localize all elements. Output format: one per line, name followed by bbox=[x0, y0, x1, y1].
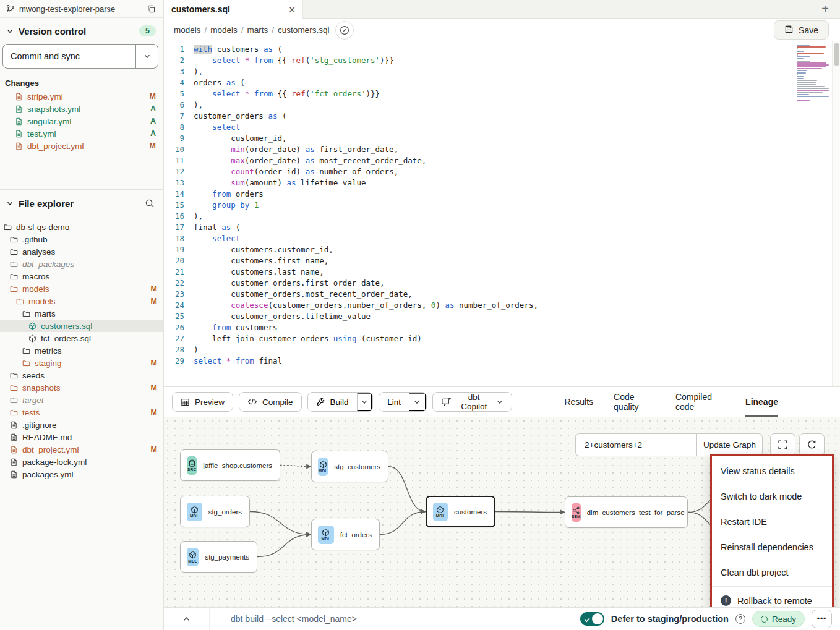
tree-item--github[interactable]: .github bbox=[0, 233, 163, 245]
breadcrumb-segment[interactable]: marts bbox=[247, 25, 268, 35]
close-tab-icon[interactable]: × bbox=[289, 4, 295, 15]
tree-item-analyses[interactable]: analyses bbox=[0, 245, 163, 258]
toolbar-compile-button[interactable]: Compile bbox=[239, 392, 302, 412]
code-line[interactable]: customers.customer_id, bbox=[194, 244, 840, 255]
code-line[interactable]: select * from {{ ref('stg_customers')}} bbox=[194, 55, 840, 66]
code-line[interactable]: sum(amount) as lifetime_value bbox=[194, 177, 840, 189]
tree-item-fct-orders-sql[interactable]: fct_orders.sql bbox=[0, 332, 163, 344]
menu-item-rollback-to-remote[interactable]: !Rollback to remote bbox=[712, 588, 832, 607]
code-line[interactable]: orders as ( bbox=[194, 77, 840, 88]
code-line[interactable]: ), bbox=[194, 66, 840, 77]
tree-item-db-sl-qs-demo[interactable]: db-sl-qs-demo bbox=[0, 221, 163, 233]
tree-item-dbt-project-yml[interactable]: dbt_project.ymlM bbox=[0, 443, 163, 456]
toolbar-build-button[interactable]: Build bbox=[308, 393, 357, 411]
code-line[interactable]: customer_orders.first_order_date, bbox=[194, 278, 840, 289]
commit-and-sync-button[interactable]: Commit and sync bbox=[2, 44, 158, 69]
compass-icon[interactable] bbox=[335, 21, 354, 40]
chevron-down-icon[interactable] bbox=[357, 393, 373, 411]
menu-item-switch-to-dark-mode[interactable]: Switch to dark mode bbox=[712, 483, 832, 509]
breadcrumb-segment[interactable]: models bbox=[210, 25, 238, 35]
code-line[interactable]: from orders bbox=[194, 189, 840, 200]
copy-branch-button[interactable] bbox=[145, 3, 157, 15]
tree-item-packages-yml[interactable]: packages.yml bbox=[0, 468, 163, 480]
menu-item-view-status-details[interactable]: View status details bbox=[712, 458, 832, 483]
tree-item-snapshots[interactable]: snapshotsM bbox=[0, 381, 163, 394]
changed-file-row[interactable]: snapshots.ymlA bbox=[0, 103, 163, 115]
menu-item-restart-ide[interactable]: Restart IDE bbox=[712, 509, 832, 534]
lineage-canvas[interactable]: SRCjaffle_shop.customersMDLstg_customers… bbox=[164, 417, 840, 607]
scrollbar-thumb[interactable] bbox=[834, 43, 839, 66]
code-line[interactable]: final as ( bbox=[194, 222, 840, 233]
tree-item-tests[interactable]: testsM bbox=[0, 406, 163, 419]
save-button[interactable]: Save bbox=[774, 20, 829, 40]
help-icon[interactable]: ? bbox=[735, 614, 745, 624]
code-line[interactable]: with customers as ( bbox=[194, 44, 840, 55]
tree-item-marts[interactable]: marts bbox=[0, 307, 163, 320]
code-line[interactable]: min(order_date) as first_order_date, bbox=[194, 144, 840, 155]
new-tab-button[interactable]: + bbox=[821, 0, 829, 18]
changed-file-row[interactable]: dbt_project.ymlM bbox=[0, 140, 163, 152]
code-content[interactable]: with customers as ( select * from {{ ref… bbox=[194, 44, 840, 386]
toolbar-lint-button[interactable]: Lint bbox=[379, 393, 409, 411]
code-editor[interactable]: 1234567891011121314151617181920212223242… bbox=[164, 41, 840, 387]
tree-item-models[interactable]: modelsM bbox=[0, 283, 163, 295]
code-line[interactable]: max(order_date) as most_recent_order_dat… bbox=[194, 155, 840, 166]
update-graph-button[interactable]: Update Graph bbox=[696, 433, 763, 456]
code-line[interactable]: coalesce(customer_orders.number_of_order… bbox=[194, 300, 840, 311]
editor-minimap[interactable] bbox=[797, 45, 830, 101]
tree-item-seeds[interactable]: seeds bbox=[0, 369, 163, 381]
editor-scrollbar[interactable] bbox=[832, 41, 840, 386]
commit-options-caret[interactable] bbox=[135, 45, 158, 68]
tab-code-quality[interactable]: Code quality bbox=[614, 387, 655, 417]
chevron-down-icon[interactable] bbox=[409, 393, 426, 411]
lineage-node-stg_payments[interactable]: MDLstg_payments bbox=[180, 541, 257, 573]
breadcrumb-segment[interactable]: models bbox=[174, 25, 201, 35]
tree-item-readme-md[interactable]: README.md bbox=[0, 431, 163, 443]
file-explorer-header[interactable]: File explorer bbox=[0, 190, 163, 216]
tree-item-package-lock-yml[interactable]: package-lock.yml bbox=[0, 456, 163, 468]
code-line[interactable]: ), bbox=[194, 211, 840, 222]
menu-item-clean-dbt-project[interactable]: Clean dbt project bbox=[712, 560, 832, 585]
code-line[interactable]: customer_orders.most_recent_order_date, bbox=[194, 289, 840, 300]
code-line[interactable]: ) bbox=[194, 344, 840, 355]
command-input[interactable]: dbt build --select <model_name> bbox=[210, 614, 357, 624]
defer-toggle[interactable] bbox=[580, 612, 604, 626]
tab-customers-sql[interactable]: customers.sql × bbox=[164, 0, 303, 19]
lineage-selector-input[interactable] bbox=[575, 433, 696, 456]
code-line[interactable]: customer_orders.lifetime_value bbox=[194, 311, 840, 322]
tab-lineage[interactable]: Lineage bbox=[745, 387, 778, 417]
code-line[interactable]: select bbox=[194, 122, 840, 133]
code-line[interactable]: select * from final bbox=[194, 355, 840, 367]
toolbar-preview-button[interactable]: Preview bbox=[172, 392, 233, 412]
lineage-node-customers[interactable]: MDLcustomers bbox=[426, 496, 495, 527]
search-icon[interactable] bbox=[144, 197, 156, 210]
tree-item-dbt-packages[interactable]: dbt_packages bbox=[0, 258, 163, 270]
changed-file-row[interactable]: test.ymlA bbox=[0, 127, 163, 140]
changed-file-row[interactable]: singular.ymlA bbox=[0, 115, 163, 127]
toolbar-dbt-copilot-button[interactable]: dbt Copilot bbox=[432, 392, 512, 412]
code-line[interactable]: group by 1 bbox=[194, 200, 840, 211]
menu-item-reinstall-dependencies[interactable]: Reinstall dependencies bbox=[712, 534, 832, 560]
tree-item-staging[interactable]: stagingM bbox=[0, 357, 163, 369]
tab-results[interactable]: Results bbox=[564, 387, 593, 417]
tree-item-macros[interactable]: macros bbox=[0, 270, 163, 283]
breadcrumb-segment[interactable]: customers.sql bbox=[278, 25, 329, 35]
code-line[interactable]: left join customer_orders using (custome… bbox=[194, 333, 840, 344]
tree-item-metrics[interactable]: metrics bbox=[0, 344, 163, 357]
tree-item-target[interactable]: target bbox=[0, 394, 163, 406]
more-options-button[interactable]: ••• bbox=[812, 610, 832, 628]
changed-file-row[interactable]: stripe.ymlM bbox=[0, 90, 163, 103]
status-badge[interactable]: Ready bbox=[752, 611, 805, 627]
code-line[interactable]: select bbox=[194, 233, 840, 244]
code-line[interactable]: select * from {{ ref('fct_orders')}} bbox=[194, 88, 840, 100]
version-control-header[interactable]: Version control 5 bbox=[0, 18, 163, 43]
fullscreen-icon[interactable] bbox=[770, 433, 795, 456]
code-line[interactable]: customer_orders as ( bbox=[194, 111, 840, 122]
lineage-node-stg_customers[interactable]: MDLstg_customers bbox=[311, 451, 388, 482]
tree-item--gitignore[interactable]: .gitignore bbox=[0, 419, 163, 431]
code-line[interactable]: count(order_id) as number_of_orders, bbox=[194, 166, 840, 177]
lineage-node-jaffle[interactable]: SRCjaffle_shop.customers bbox=[180, 449, 280, 481]
code-line[interactable]: from customers bbox=[194, 322, 840, 333]
lineage-node-dim[interactable]: SEMdim_customers_test_for_parse bbox=[565, 496, 688, 528]
refresh-icon[interactable] bbox=[799, 433, 825, 456]
